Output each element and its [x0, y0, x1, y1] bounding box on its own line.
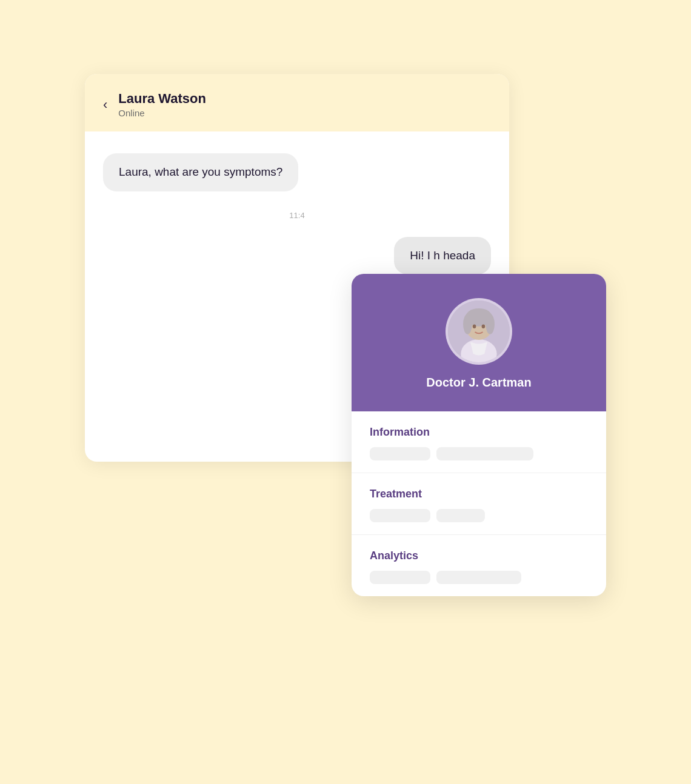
analytics-pill-1	[370, 571, 430, 584]
svg-point-4	[463, 314, 472, 334]
message-time-1: 11:4	[103, 211, 491, 220]
svg-point-7	[482, 324, 486, 328]
information-pills	[370, 447, 588, 460]
back-button[interactable]: ‹	[103, 97, 107, 113]
doctor-card-header: Doctor J. Cartman	[352, 274, 606, 411]
doctor-section-treatment: Treatment	[352, 473, 606, 535]
analytics-pills	[370, 571, 588, 584]
chat-header-info: Laura Watson Online	[118, 91, 206, 118]
treatment-title: Treatment	[370, 488, 588, 500]
message-bubble-2: Hi! I h heada	[394, 237, 491, 275]
chat-body: Laura, what are you symptoms? 11:4 Hi! I…	[85, 131, 509, 296]
doctor-card: Doctor J. Cartman Information Treatment	[352, 274, 606, 596]
doctor-name: Doctor J. Cartman	[426, 376, 531, 390]
patient-name: Laura Watson	[118, 91, 206, 107]
doctor-avatar	[446, 298, 512, 365]
treatment-pill-2	[436, 509, 485, 522]
message-right-1: Hi! I h heada	[103, 237, 491, 275]
message-left-1: Laura, what are you symptoms?	[103, 153, 491, 191]
doctor-sections: Information Treatment Analytics	[352, 411, 606, 596]
message-bubble-1: Laura, what are you symptoms?	[103, 153, 298, 191]
treatment-pill-1	[370, 509, 430, 522]
information-pill-2	[436, 447, 533, 460]
treatment-pills	[370, 509, 588, 522]
scene: ‹ Laura Watson Online Laura, what are yo…	[85, 74, 606, 710]
information-title: Information	[370, 426, 588, 439]
svg-point-6	[473, 324, 476, 328]
doctor-section-information: Information	[352, 411, 606, 473]
information-pill-1	[370, 447, 430, 460]
patient-status: Online	[118, 108, 206, 118]
doctor-section-analytics: Analytics	[352, 535, 606, 596]
analytics-pill-2	[436, 571, 521, 584]
analytics-title: Analytics	[370, 550, 588, 562]
svg-point-5	[486, 314, 495, 334]
chat-header: ‹ Laura Watson Online	[85, 74, 509, 131]
